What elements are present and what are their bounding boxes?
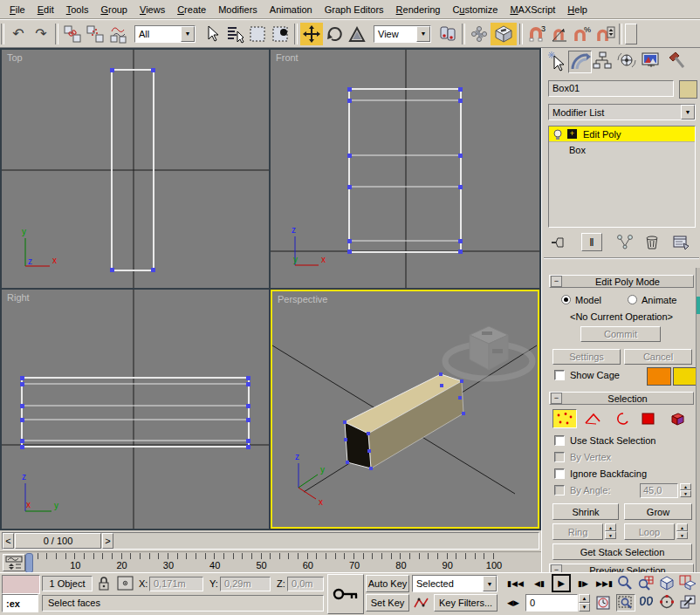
snaps-cube-toggle-icon[interactable] (491, 23, 517, 45)
right-viewport-canvas[interactable]: z x y (2, 290, 269, 529)
go-to-start-button[interactable]: ▮◀◀ (504, 575, 526, 592)
macro-recorder-box[interactable] (2, 575, 40, 594)
default-in-out-tangents-button[interactable] (412, 594, 431, 612)
pan-view-button[interactable] (637, 594, 656, 612)
time-slider-prev-button[interactable]: < (3, 533, 14, 549)
y-coordinate-field[interactable]: 0,29m (220, 577, 271, 591)
set-keys-button[interactable] (327, 574, 364, 614)
use-pivot-point-center-icon[interactable] (436, 23, 459, 45)
object-color-swatch[interactable] (679, 80, 697, 99)
viewport-front-label[interactable]: Front (276, 52, 299, 63)
menu-maxscript[interactable]: MAXScript (504, 3, 561, 17)
partial-toolbar-button[interactable] (625, 24, 637, 44)
frame-spinner[interactable]: ▲ ▼ (579, 594, 590, 612)
spinner-down-icon[interactable]: ▼ (676, 531, 688, 539)
key-mode-toggle-button[interactable]: ◀▶ (504, 594, 522, 612)
arc-rotate-button[interactable] (658, 594, 677, 612)
selection-lock-icon[interactable] (98, 576, 110, 591)
next-frame-button[interactable]: ▮▶ (573, 575, 593, 592)
by-angle-field[interactable]: 45,0 (640, 483, 678, 498)
menu-modifiers[interactable]: Modifiers (212, 3, 264, 17)
commit-button[interactable]: Commit (580, 326, 661, 342)
animate-radio[interactable] (628, 295, 637, 304)
expand-subobjects-icon[interactable]: + (567, 129, 577, 139)
stack-row-box[interactable]: Box (549, 141, 695, 157)
previous-frame-button[interactable]: ◀▮ (530, 575, 549, 592)
viewport-perspective[interactable]: z y x Perspective (271, 290, 539, 529)
redo-icon[interactable]: ↷ (30, 23, 52, 45)
tab-create[interactable] (546, 51, 569, 73)
subobject-border-button[interactable] (608, 409, 633, 428)
ring-button[interactable]: Ring (552, 523, 603, 540)
use-stack-selection-checkbox[interactable] (554, 435, 565, 446)
menu-help[interactable]: Help (561, 3, 594, 17)
grow-button[interactable]: Grow (624, 503, 692, 520)
select-and-link-icon[interactable] (61, 23, 84, 45)
cage-color-swatch-orange[interactable] (647, 367, 671, 386)
zoom-extents-button[interactable] (658, 575, 677, 592)
ring-spinner[interactable]: ▲ ▼ (605, 523, 616, 539)
show-cage-checkbox[interactable] (554, 370, 565, 380)
menu-create[interactable]: Create (171, 3, 212, 17)
unlink-selection-icon[interactable] (84, 23, 106, 45)
go-to-end-button[interactable]: ▶▶▮ (594, 575, 615, 592)
cancel-button[interactable]: Cancel (624, 349, 692, 365)
tab-modify[interactable] (568, 51, 592, 73)
settings-button[interactable]: Settings (552, 349, 621, 365)
select-and-move-icon[interactable] (300, 23, 323, 45)
dropdown-arrow-icon[interactable]: ▼ (416, 26, 430, 42)
menu-graph-editors[interactable]: Graph Editors (319, 3, 390, 17)
set-key-button[interactable]: Set Key (366, 594, 409, 612)
menu-animation[interactable]: Animation (264, 3, 319, 17)
bind-to-spacewarp-icon[interactable] (106, 23, 129, 45)
get-stack-selection-button[interactable]: Get Stack Selection (552, 543, 692, 560)
trackbar-ruler[interactable]: 0102030405060708090100 (0, 552, 541, 573)
spinner-up-icon[interactable]: ▲ (680, 483, 691, 490)
play-animation-button[interactable]: ▶ (552, 574, 571, 592)
menu-views[interactable]: Views (134, 3, 171, 17)
spinner-up-icon[interactable]: ▲ (579, 594, 590, 603)
subobject-edge-button[interactable] (580, 409, 605, 428)
select-and-scale-icon[interactable] (346, 23, 368, 45)
stack-row-edit-poly[interactable]: + Edit Poly (549, 126, 695, 141)
menu-edit[interactable]: Edit (31, 3, 60, 17)
viewport-right[interactable]: z x y Right (2, 290, 269, 529)
absolute-mode-transform-icon[interactable] (117, 576, 134, 591)
rollout-header-edit-poly-mode[interactable]: − Edit Poly Mode (549, 275, 694, 288)
panel-scrollbar-thumb[interactable] (697, 297, 700, 314)
region-zoom-button[interactable] (616, 594, 635, 612)
tab-motion[interactable] (615, 51, 639, 73)
spinner-snap-toggle-icon[interactable] (594, 23, 616, 45)
by-angle-spinner[interactable]: ▲ ▼ (680, 483, 691, 498)
configure-modifier-sets-icon[interactable] (672, 235, 690, 250)
ignore-backfacing-checkbox[interactable] (554, 468, 565, 479)
angle-snap-toggle-icon[interactable] (548, 23, 571, 45)
cage-color-swatch-yellow[interactable] (673, 367, 697, 386)
spinner-up-icon[interactable]: ▲ (605, 523, 616, 531)
undo-icon[interactable]: ↶ (7, 23, 30, 45)
tab-hierarchy[interactable] (591, 51, 614, 73)
spinner-down-icon[interactable]: ▼ (579, 603, 590, 612)
pin-stack-icon[interactable] (551, 235, 568, 250)
selection-filter-dropdown[interactable]: All ▼ (134, 25, 196, 43)
select-by-name-icon[interactable] (223, 23, 246, 45)
visibility-bulb-icon[interactable] (552, 128, 564, 140)
modifier-list-dropdown[interactable]: Modifier List ▼ (548, 104, 696, 120)
time-configuration-button[interactable] (594, 594, 612, 612)
collapse-icon[interactable]: − (551, 276, 562, 287)
object-name-field[interactable]: Box01 (548, 80, 674, 97)
tab-utilities[interactable] (666, 51, 690, 73)
key-filters-button[interactable]: Key Filters... (434, 594, 498, 612)
model-radio[interactable] (561, 295, 571, 304)
zoom-button[interactable] (616, 575, 635, 592)
menu-rendering[interactable]: Rendering (390, 3, 447, 17)
maxscript-mini-listener[interactable]: :ex (2, 594, 38, 612)
trackbar-frame-marker[interactable] (25, 553, 33, 573)
make-unique-icon[interactable] (616, 235, 634, 250)
perspective-viewport-canvas[interactable]: z y x (272, 291, 538, 527)
shrink-button[interactable]: Shrink (552, 503, 619, 520)
tab-display[interactable] (640, 51, 663, 73)
select-and-rotate-icon[interactable] (323, 23, 346, 45)
snap-toggle-3d-icon[interactable]: 3 (525, 23, 548, 45)
by-vertex-checkbox[interactable] (554, 452, 565, 462)
